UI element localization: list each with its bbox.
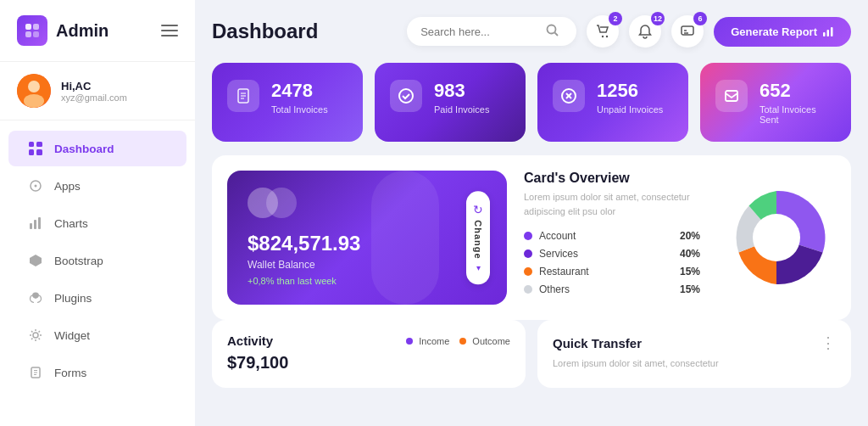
quick-transfer-section: Quick Transfer ⋮ Lorem ipsum dolor sit a… (537, 320, 851, 388)
svg-point-12 (35, 185, 37, 188)
sidebar-item-label: Plugins (54, 292, 92, 305)
stat-label: Unpaid Invoices (597, 104, 663, 115)
svg-rect-27 (823, 32, 826, 36)
card-overview-section: $824,571.93 Wallet Balance +0,8% than la… (212, 155, 851, 320)
quick-transfer-header: Quick Transfer ⋮ (553, 334, 836, 352)
stat-label: Total Invoices (271, 104, 328, 115)
header-icons: 2 12 6 (587, 15, 851, 48)
wallet-amount: $824,571.93 (248, 232, 487, 255)
sidebar-item-label: Bootstrap (54, 255, 103, 267)
stat-label: Total Invoices Sent (760, 104, 836, 125)
sidebar-item-dashboard[interactable]: Dashboard (8, 131, 186, 166)
overview-title: Card's Overview (524, 171, 700, 186)
bell-icon-wrap[interactable]: 12 (629, 15, 661, 48)
svg-rect-28 (827, 30, 830, 36)
wallet-label: Wallet Balance (248, 259, 487, 271)
legend-label: Account (539, 230, 576, 242)
stat-info: 652 Total Invoices Sent (760, 80, 836, 125)
search-input[interactable] (420, 25, 539, 38)
avatar (17, 74, 51, 108)
hamburger-menu[interactable] (161, 25, 178, 36)
charts-icon (27, 215, 44, 232)
svg-point-39 (753, 214, 800, 261)
stat-card-paid-invoices[interactable]: 983 Paid Invoices (375, 63, 526, 142)
pie-chart (717, 171, 836, 305)
svg-line-23 (555, 33, 559, 36)
wallet-card: $824,571.93 Wallet Balance +0,8% than la… (227, 171, 507, 305)
quick-transfer-title: Quick Transfer (553, 336, 642, 350)
svg-marker-16 (30, 255, 42, 266)
cart-badge: 2 (609, 12, 622, 25)
income-legend: Income (406, 336, 449, 346)
change-button[interactable]: ↻ Change ▾ (466, 192, 490, 284)
main-header: Dashboard 2 (212, 15, 851, 48)
svg-rect-29 (831, 27, 833, 36)
stat-card-unpaid-invoices[interactable]: 1256 Unpaid Invoices (537, 63, 688, 142)
stat-info: 1256 Unpaid Invoices (597, 80, 663, 115)
chevron-down-icon: ▾ (476, 263, 481, 272)
svg-point-25 (606, 36, 608, 37)
outcome-legend: Outcome (459, 336, 510, 346)
sidebar-title: Admin (56, 21, 108, 41)
sidebar-item-widget[interactable]: Widget (8, 317, 186, 353)
svg-rect-38 (726, 91, 737, 101)
legend-pct: 15% (680, 283, 700, 295)
activity-header: Activity Income Outcome (227, 334, 510, 348)
legend-item: Others 15% (524, 283, 700, 295)
sidebar-item-label: Charts (54, 217, 88, 230)
bell-badge: 12 (651, 12, 665, 25)
dashboard-icon (27, 140, 44, 157)
svg-point-5 (28, 81, 40, 92)
plugins-icon (27, 289, 44, 306)
legend-dot-services (524, 249, 532, 258)
svg-point-22 (548, 25, 556, 34)
three-dots-icon[interactable]: ⋮ (821, 334, 836, 352)
sidebar-item-apps[interactable]: Apps (8, 168, 186, 204)
svg-point-6 (24, 94, 44, 108)
stat-card-total-invoices[interactable]: 2478 Total Invoices (212, 63, 363, 142)
stat-card-sent-invoices[interactable]: 652 Total Invoices Sent (700, 63, 851, 142)
svg-point-34 (399, 89, 413, 103)
stat-label: Paid Invoices (434, 104, 489, 115)
stat-value: 652 (760, 80, 836, 102)
legend-label: Restaurant (539, 266, 589, 277)
widget-icon (27, 327, 44, 344)
sidebar: Admin Hi,AC xyz@gmail.com (0, 0, 195, 426)
apps-icon (27, 177, 44, 194)
svg-rect-8 (36, 142, 42, 147)
user-name: Hi,AC (61, 80, 127, 92)
bottom-cards: Activity Income Outcome $79,100 Quick Tr… (212, 320, 851, 388)
svg-rect-14 (34, 220, 36, 229)
user-email: xyz@gmail.com (61, 92, 127, 103)
stat-cards: 2478 Total Invoices 983 Paid Invoices (212, 63, 851, 142)
logo-icon (17, 15, 47, 46)
sidebar-item-label: Widget (54, 329, 90, 342)
quick-transfer-desc: Lorem ipsum dolor sit amet, consectetur (553, 357, 836, 370)
svg-rect-1 (33, 24, 39, 30)
sidebar-item-plugins[interactable]: Plugins (8, 280, 186, 316)
legend-pct: 40% (680, 248, 700, 260)
generate-report-button[interactable]: Generate Report (714, 17, 851, 47)
activity-legend: Income Outcome (406, 336, 510, 346)
user-info: Hi,AC xyz@gmail.com (61, 80, 127, 103)
cart-icon-wrap[interactable]: 2 (587, 15, 619, 48)
legend-dot-others (524, 285, 532, 294)
svg-rect-9 (29, 149, 34, 155)
stat-value: 2478 (271, 80, 328, 102)
svg-rect-3 (33, 31, 39, 37)
message-icon-wrap[interactable]: 6 (671, 15, 704, 48)
income-dot (406, 338, 413, 345)
legend-label: Others (539, 283, 570, 295)
sidebar-item-charts[interactable]: Charts (8, 205, 186, 241)
sidebar-item-bootstrap[interactable]: Bootstrap (8, 243, 186, 278)
change-btn-label: Change (473, 221, 483, 260)
legend-item: Services 40% (524, 248, 700, 260)
message-badge: 6 (693, 12, 707, 25)
overview-info: Card's Overview Lorem ipsum dolor sit am… (524, 171, 700, 305)
sidebar-item-forms[interactable]: Forms (8, 355, 186, 390)
sidebar-item-label: Forms (54, 367, 86, 379)
sidebar-item-label: Dashboard (54, 143, 114, 155)
forms-icon (27, 364, 44, 381)
svg-point-17 (33, 333, 38, 338)
page-title: Dashboard (212, 20, 397, 43)
